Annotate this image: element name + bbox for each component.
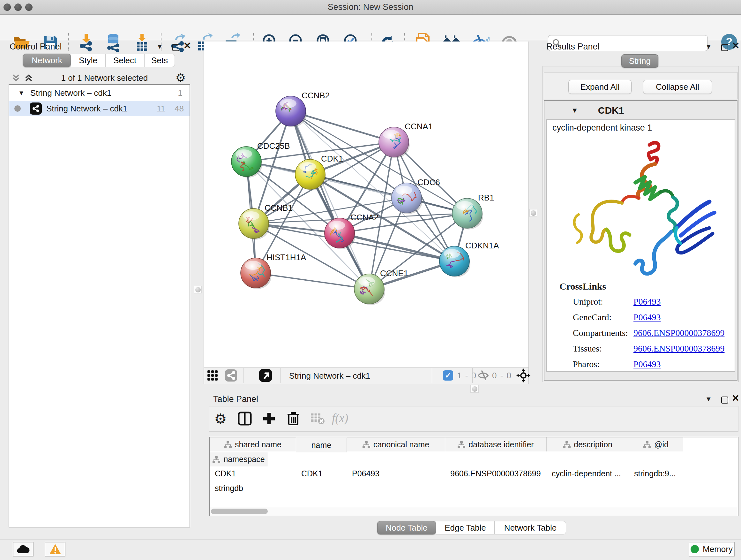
network-share-view-icon[interactable] [223, 368, 239, 383]
table-cell[interactable]: CDK1 [210, 466, 296, 481]
results-panel-float-icon[interactable] [721, 44, 728, 52]
table-panel-collapse-icon[interactable]: ▼ [705, 395, 712, 403]
network-item-label: String Network – cdk1 [46, 104, 127, 114]
crosslink-link[interactable]: 9606.ENSP00000378699 [633, 328, 724, 338]
network-node-ccna1[interactable]: CCNA1 [379, 122, 433, 158]
right-splitter-handle[interactable] [529, 209, 537, 217]
column-label: database identifier [468, 440, 534, 449]
collapse-all-icon[interactable] [11, 73, 21, 83]
function-builder-icon[interactable]: f(x) [332, 411, 348, 425]
column-tree-icon [212, 456, 220, 463]
column-tree-icon [458, 441, 465, 448]
import-network-icon[interactable] [76, 32, 97, 53]
main-toolbar: ? [0, 15, 741, 40]
node-label-hist1h1a: HIST1H1A [266, 253, 307, 262]
gene-section-header[interactable]: ▼ CDK1 [546, 103, 735, 118]
control-panel-close-icon[interactable]: ✕ [184, 42, 191, 50]
create-column-icon[interactable] [260, 409, 278, 428]
tab-style[interactable]: Style [71, 54, 105, 67]
network-tree-root-row[interactable]: ▼ String Network – cdk1 1 [9, 85, 190, 101]
fit-content-crosshair-icon[interactable] [515, 368, 532, 383]
tab-select[interactable]: Select [105, 54, 144, 67]
column-header-shared-name[interactable]: shared name [210, 437, 296, 451]
network-node-ccnb2[interactable]: CCNB2 [276, 91, 330, 127]
protein-structure-image [556, 135, 729, 278]
crosslink-link[interactable]: P06493 [633, 359, 661, 369]
network-edge[interactable] [291, 111, 369, 289]
control-panel-float-icon[interactable] [172, 44, 179, 52]
network-options-gear-icon[interactable]: ⚙ [176, 71, 186, 84]
hidden-nodes-indicator[interactable]: 0 - 0 [477, 370, 512, 381]
table-cell[interactable]: stringdb:9... [629, 466, 683, 481]
tab-network-table[interactable]: Network Table [495, 521, 566, 535]
node-label-cdc6: CDC6 [417, 178, 440, 187]
scrollbar-thumb[interactable] [211, 509, 268, 514]
control-panel-collapse-icon[interactable]: ▼ [156, 43, 163, 51]
tab-edge-table[interactable]: Edge Table [436, 521, 495, 535]
results-panel-close-icon[interactable]: ✕ [732, 42, 739, 50]
network-canvas[interactable]: CCNB2CCNA1CDC25BCDK1CDC6RB1CCNB1CCNA2CDK… [204, 42, 529, 367]
table-panel-close-icon[interactable]: ✕ [732, 395, 739, 402]
column-header-name[interactable]: name [296, 438, 347, 452]
title-bar: Session: New Session [0, 0, 741, 15]
tab-node-table[interactable]: Node Table [377, 521, 436, 535]
results-panel-collapse-icon[interactable]: ▼ [705, 43, 712, 51]
column-header-database-identifier[interactable]: database identifier [445, 437, 547, 451]
network-edge[interactable] [256, 273, 369, 289]
delete-column-trash-icon[interactable] [284, 409, 302, 428]
crosslink-label: Uniprot: [573, 297, 633, 307]
tab-sets[interactable]: Sets [144, 54, 175, 67]
crosslink-link[interactable]: P06493 [633, 312, 661, 322]
selected-checkbox-icon[interactable]: ✓ [443, 370, 453, 381]
table-cell[interactable]: P06493 [347, 466, 445, 481]
left-splitter-handle[interactable] [194, 286, 202, 294]
birdseye-view-icon[interactable] [257, 368, 274, 383]
column-header--id[interactable]: @id [629, 437, 683, 451]
selected-nodes-indicator[interactable]: ✓ 1 - 0 [443, 370, 477, 381]
delete-table-icon[interactable] [308, 409, 327, 428]
memory-button[interactable]: Memory [689, 542, 735, 557]
table-row[interactable]: CDK1CDK1P064939606.ENSP00000378699cyclin… [210, 466, 738, 496]
table-horizontal-scrollbar[interactable] [210, 507, 738, 515]
table-options-gear-icon[interactable]: ⚙ [211, 409, 230, 428]
network-node-cdk1[interactable]: CDK1 [295, 154, 343, 190]
table-cell[interactable]: CDK1 [296, 466, 347, 481]
show-columns-icon[interactable] [235, 409, 254, 428]
network-tree-item-row[interactable]: String Network – cdk1 11 48 [9, 101, 190, 116]
cloud-icon [17, 544, 30, 554]
table-panel-float-icon[interactable] [721, 396, 728, 405]
column-label: name [312, 441, 332, 450]
grid-view-icon[interactable] [204, 368, 221, 383]
network-edge[interactable] [340, 233, 455, 261]
network-graph[interactable]: CCNB2CCNA1CDC25BCDK1CDC6RB1CCNB1CCNA2CDK… [204, 42, 529, 367]
network-node-rb1[interactable]: RB1 [452, 193, 494, 229]
table-cell[interactable]: 9606.ENSP00000378699 [445, 466, 547, 481]
crosslink-link[interactable]: P06493 [633, 297, 661, 307]
expand-all-button[interactable]: Expand All [568, 80, 631, 94]
window-title: Session: New Session [0, 2, 741, 12]
crosslinks-title: CrossLinks [547, 280, 735, 292]
toolbar-separator [68, 33, 69, 51]
section-expander-icon[interactable]: ▼ [571, 106, 578, 115]
table-cell[interactable]: stringdb [210, 481, 268, 496]
selected-count: 1 - 0 [457, 371, 477, 381]
warning-status-button[interactable] [45, 542, 65, 557]
network-node-cdkn1a[interactable]: CDKN1A [440, 241, 499, 277]
expand-all-icon[interactable] [24, 73, 33, 83]
collection-count: 1 [178, 88, 183, 98]
column-header-namespace[interactable]: namespace [210, 452, 268, 466]
import-database-icon[interactable] [103, 32, 124, 53]
table-tabs: Node TableEdge TableNetwork Table [377, 521, 566, 535]
column-header-description[interactable]: description [547, 437, 629, 451]
tree-expander-icon[interactable]: ▼ [18, 89, 24, 97]
tab-string[interactable]: String [621, 54, 658, 68]
crosslink-link[interactable]: 9606.ENSP00000378699 [633, 344, 724, 354]
column-header-canonical-name[interactable]: canonical name [347, 437, 445, 451]
cloud-status-button[interactable] [13, 542, 33, 557]
network-node-hist1h1a[interactable]: HIST1H1A [241, 253, 307, 289]
import-table-icon[interactable] [131, 32, 152, 53]
horizontal-splitter-handle[interactable] [470, 385, 479, 393]
table-cell[interactable]: cyclin-dependent ... [547, 466, 629, 481]
collapse-all-button[interactable]: Collapse All [643, 80, 712, 94]
tab-network[interactable]: Network [23, 54, 71, 67]
